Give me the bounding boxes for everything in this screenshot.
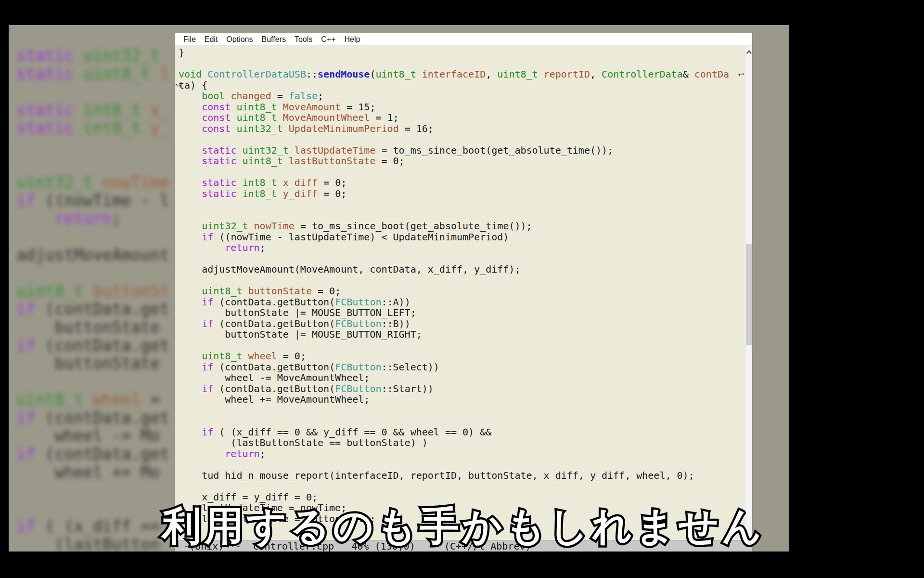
code-line: if (contData.getButton(FCButton::B))	[179, 318, 745, 329]
code-line: const uint8_t MoveAmount = 15;	[179, 102, 745, 113]
code-line: uint8_t buttonState = 0;	[179, 286, 745, 297]
code-line: if (contData.get	[16, 409, 169, 427]
blurred-background-code: static uint32_t static uint8_t l static …	[16, 47, 169, 554]
code-line	[179, 58, 745, 69]
code-line: adjustMoveAmount	[16, 246, 169, 264]
code-line: void ControllerDataUSB::sendMouse(uint8_…	[179, 69, 745, 80]
code-line	[16, 499, 169, 518]
code-line: const uint8_t MoveAmountWheel = 1;	[179, 112, 745, 123]
vertical-scrollbar[interactable]	[745, 46, 752, 540]
code-line: if ((nowTime - lastUpdateTime) < UpdateM…	[179, 232, 745, 243]
code-line: uint8_t buttonSt	[16, 282, 169, 301]
menu-bar: File Edit Options Buffers Tools C++ Help	[175, 33, 752, 46]
code-line: if ( (x_diff == 0 && y_diff == 0 && whee…	[179, 427, 745, 438]
code-line: wheel += MoveAmountWheel;	[179, 394, 745, 405]
code-line	[179, 134, 745, 145]
code-line: static int8_t y_	[16, 119, 169, 137]
code-line: }	[179, 47, 745, 58]
code-line: bool changed = false;	[179, 91, 745, 102]
letterbox-bottom	[0, 552, 924, 578]
code-line	[179, 459, 745, 470]
code-line: if (contData.get	[16, 445, 169, 463]
code-line: uint32_t nowTime = to_ms_since_boot(get_…	[179, 221, 745, 232]
scrollbar-thumb[interactable]	[746, 244, 752, 345]
wrap-start-icon: ↪	[175, 80, 181, 92]
letterbox-right	[789, 0, 924, 578]
code-line	[179, 210, 745, 221]
code-line	[16, 137, 169, 156]
code-line: static uint8_t l	[16, 65, 169, 83]
letterbox-top	[0, 0, 924, 25]
code-line: if (contData.getButton(FCButton::Select)…	[179, 362, 745, 373]
code-line: static uint8_t lastButtonState = 0;	[179, 156, 745, 167]
menu-item-buffers[interactable]: Buffers	[257, 35, 290, 44]
code-line: adjustMoveAmount(MoveAmount, contData, x…	[179, 264, 745, 275]
code-line	[16, 373, 169, 391]
code-line: return;	[179, 448, 745, 460]
code-line	[179, 167, 745, 178]
code-line: if ( (x_diff ==	[16, 517, 169, 536]
code-line: uint8_t wheel = 0;	[179, 351, 745, 362]
menu-item-edit[interactable]: Edit	[200, 35, 222, 44]
code-line: if ((nowTime - l	[16, 192, 169, 210]
menu-item-options[interactable]: Options	[222, 35, 257, 44]
code-line: if (contData.get	[16, 300, 169, 318]
code-line: static uint32_t	[16, 47, 169, 65]
code-line	[179, 199, 745, 210]
code-line: if (contData.getButton(FCButton::Start))	[179, 383, 745, 394]
scroll-up-arrow-icon[interactable]	[746, 50, 752, 55]
code-line	[179, 481, 745, 492]
code-line	[16, 83, 169, 101]
code-line: buttonState	[16, 355, 169, 373]
code-line: ↪ta) {	[179, 80, 745, 91]
code-line: wheel -= Mo	[16, 427, 169, 445]
code-line	[16, 228, 169, 246]
code-line	[16, 156, 169, 174]
code-line: tud_hid_n_mouse_report(interfaceID, repo…	[179, 470, 745, 481]
code-line: wheel -= MoveAmountWheel;	[179, 372, 745, 383]
code-line: return;	[16, 210, 169, 228]
menu-item-tools[interactable]: Tools	[290, 35, 317, 44]
menu-item-help[interactable]: Help	[340, 35, 365, 44]
code-line	[16, 264, 169, 282]
wrap-end-icon: ↩	[738, 69, 744, 80]
code-line: (lastButtonState == buttonState) )	[179, 437, 745, 448]
code-line: uint32_t nowTime	[16, 173, 169, 192]
code-line: buttonState	[16, 318, 169, 337]
code-editor-area[interactable]: } void ControllerDataUSB::sendMouse(uint…	[175, 46, 745, 540]
menu-item-file[interactable]: File	[179, 35, 200, 44]
code-line	[179, 405, 745, 416]
code-line: if (contData.get	[16, 337, 169, 355]
code-line	[179, 340, 745, 351]
menu-item-cpp[interactable]: C++	[317, 35, 340, 44]
letterbox-left	[0, 0, 9, 578]
code-line: const uint32_t UpdateMinimumPeriod = 16;	[179, 123, 745, 134]
code-line: static uint32_t lastUpdateTime = to_ms_s…	[179, 145, 745, 156]
code-line	[179, 275, 745, 286]
code-line: static int8_t x_diff = 0;	[179, 177, 745, 188]
subtitle-text: 利用するのも手かもしれません	[162, 500, 765, 553]
code-line: (lastButton	[16, 536, 169, 554]
code-line: static int8_t x_	[16, 101, 169, 119]
code-line: static int8_t y_diff = 0;	[179, 188, 745, 199]
code-line: wheel += Mo	[16, 463, 169, 482]
code-line	[16, 481, 169, 499]
code-line: buttonState |= MOUSE_BUTTON_LEFT;	[179, 307, 745, 318]
code-line	[179, 416, 745, 427]
code-line	[179, 253, 745, 264]
code-line: if (contData.getButton(FCButton::A))	[179, 297, 745, 308]
emacs-window: File Edit Options Buffers Tools C++ Help…	[174, 33, 753, 552]
code-line: uint8_t wheel =	[16, 391, 169, 409]
code-line: buttonState |= MOUSE_BUTTON_RIGHT;	[179, 329, 745, 340]
code-line: return;	[179, 242, 745, 253]
